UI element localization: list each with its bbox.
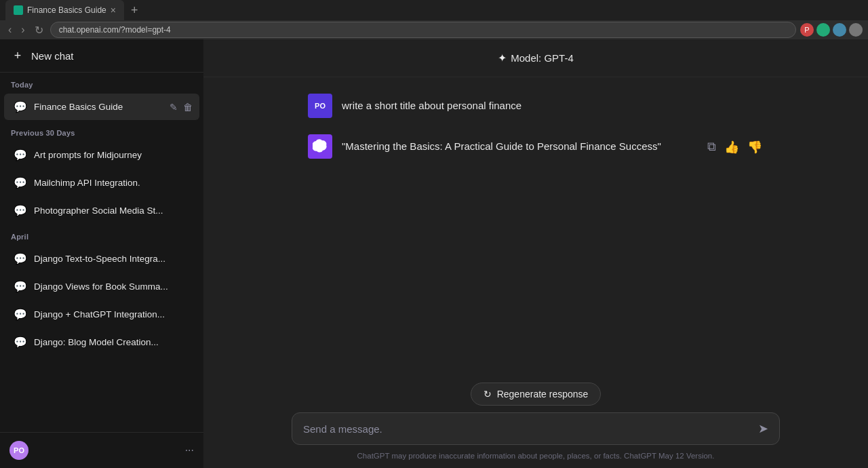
assistant-message-content: "Mastering the Basics: A Practical Guide…: [342, 134, 696, 155]
messages-area: PO write a short title about personal fi…: [203, 77, 868, 374]
user-message-content: write a short title about personal finan…: [342, 94, 521, 114]
address-bar-row: ‹ › ↻ chat.openai.com/?model=gpt-4 P: [0, 20, 868, 39]
sidebar-footer: PO ···: [0, 432, 203, 468]
reload-button[interactable]: ↻: [32, 22, 46, 38]
section-april: April: [0, 225, 203, 245]
chat-item-label: Finance Basics Guide: [34, 102, 190, 112]
extension-icon-1[interactable]: [816, 23, 830, 37]
address-input[interactable]: chat.openai.com/?model=gpt-4: [50, 22, 796, 38]
user-menu-button[interactable]: ···: [185, 444, 194, 456]
close-tab-button[interactable]: ×: [111, 5, 116, 16]
message-input-box: ➤: [292, 412, 780, 445]
url-text: chat.openai.com/?model=gpt-4: [59, 25, 171, 35]
app-layout: + New chat Today 💬 Finance Basics Guide …: [0, 39, 868, 468]
tab-title: Finance Basics Guide: [27, 5, 106, 15]
model-label: ✦ Model: GPT-4: [498, 52, 574, 64]
browser-chrome: Finance Basics Guide × + ‹ › ↻ chat.open…: [0, 0, 868, 39]
regenerate-icon: ↻: [484, 389, 492, 399]
chat-icon: 💬: [14, 100, 27, 113]
chat-icon: 💬: [14, 176, 27, 189]
chat-input-area: ↻ Regenerate response ➤ ChatGPT may prod…: [203, 374, 868, 468]
chat-icon: 💬: [14, 204, 27, 217]
chat-item-label: Django: Blog Model Creation...: [34, 337, 190, 347]
chat-item-django-tts[interactable]: 💬 Django Text-to-Speech Integra...: [4, 246, 199, 272]
active-tab[interactable]: Finance Basics Guide ×: [5, 0, 124, 20]
message-input[interactable]: [303, 423, 751, 435]
user-message: PO write a short title about personal fi…: [292, 94, 780, 118]
regenerate-label: Regenerate response: [497, 389, 589, 399]
copy-icon[interactable]: ⧉: [706, 138, 717, 156]
chat-icon: 💬: [14, 149, 27, 161]
new-chat-label: New chat: [31, 50, 74, 62]
toolbar-icons: P: [800, 23, 863, 37]
forward-button[interactable]: ›: [18, 22, 27, 37]
new-chat-button[interactable]: + New chat: [0, 39, 203, 73]
chat-item-label: Django Text-to-Speech Integra...: [34, 254, 190, 264]
chat-icon: 💬: [14, 280, 27, 293]
user-avatar-msg: PO: [308, 94, 332, 118]
chat-item-label: Django Views for Book Summa...: [34, 281, 190, 292]
sparkle-icon: ✦: [498, 52, 507, 64]
chat-icon: 💬: [14, 308, 27, 321]
delete-chat-button[interactable]: 🗑: [182, 100, 194, 114]
chat-item-label: Photographer Social Media St...: [34, 206, 190, 216]
chat-icon: 💬: [14, 252, 27, 265]
profile-icon[interactable]: P: [800, 23, 814, 37]
chat-header: ✦ Model: GPT-4: [203, 39, 868, 77]
ai-avatar: [308, 134, 332, 159]
footer-disclaimer: ChatGPT may produce inaccurate informati…: [357, 452, 715, 463]
edit-chat-button[interactable]: ✎: [168, 100, 179, 114]
message-action-buttons: ⧉ 👍 👎: [706, 134, 764, 156]
chat-item-django-chatgpt[interactable]: 💬 Django + ChatGPT Integration...: [4, 301, 199, 328]
chat-item-photographer[interactable]: 💬 Photographer Social Media St...: [4, 197, 199, 224]
section-previous-30: Previous 30 Days: [0, 121, 203, 141]
plus-icon: +: [11, 49, 24, 62]
extension-icon-2[interactable]: [833, 23, 846, 37]
chat-item-mailchimp[interactable]: 💬 Mailchimp API Integration.: [4, 170, 199, 196]
model-name: Model: GPT-4: [511, 52, 574, 64]
regenerate-button[interactable]: ↻ Regenerate response: [471, 383, 601, 406]
chat-item-django-blog[interactable]: 💬 Django: Blog Model Creation...: [4, 329, 199, 355]
new-tab-button[interactable]: +: [127, 3, 142, 18]
thumbs-down-icon[interactable]: 👎: [746, 138, 764, 156]
message-user-row: PO write a short title about personal fi…: [308, 94, 764, 118]
chat-item-django-views[interactable]: 💬 Django Views for Book Summa...: [4, 273, 199, 300]
chat-area: ✦ Model: GPT-4 PO write a short title ab…: [203, 39, 868, 468]
extension-icon-3[interactable]: [849, 23, 863, 37]
chat-item-finance-basics[interactable]: 💬 Finance Basics Guide ✎ 🗑: [4, 94, 199, 120]
chat-item-label: Django + ChatGPT Integration...: [34, 309, 190, 319]
chat-item-art-prompts[interactable]: 💬 Art prompts for Midjourney: [4, 142, 199, 168]
tab-favicon: [14, 5, 23, 15]
chat-actions: ✎ 🗑: [168, 100, 194, 114]
send-button[interactable]: ➤: [758, 421, 768, 436]
chat-item-label: Mailchimp API Integration.: [34, 178, 190, 188]
tab-bar: Finance Basics Guide × +: [0, 0, 868, 20]
message-assistant-row: "Mastering the Basics: A Practical Guide…: [308, 134, 764, 159]
chat-item-label: Art prompts for Midjourney: [34, 150, 190, 160]
user-avatar: PO: [9, 441, 28, 460]
chat-icon: 💬: [14, 336, 27, 349]
section-today: Today: [0, 73, 203, 93]
thumbs-up-icon[interactable]: 👍: [723, 138, 741, 156]
back-button[interactable]: ‹: [5, 22, 14, 37]
sidebar: + New chat Today 💬 Finance Basics Guide …: [0, 39, 203, 468]
assistant-message: "Mastering the Basics: A Practical Guide…: [292, 134, 780, 159]
